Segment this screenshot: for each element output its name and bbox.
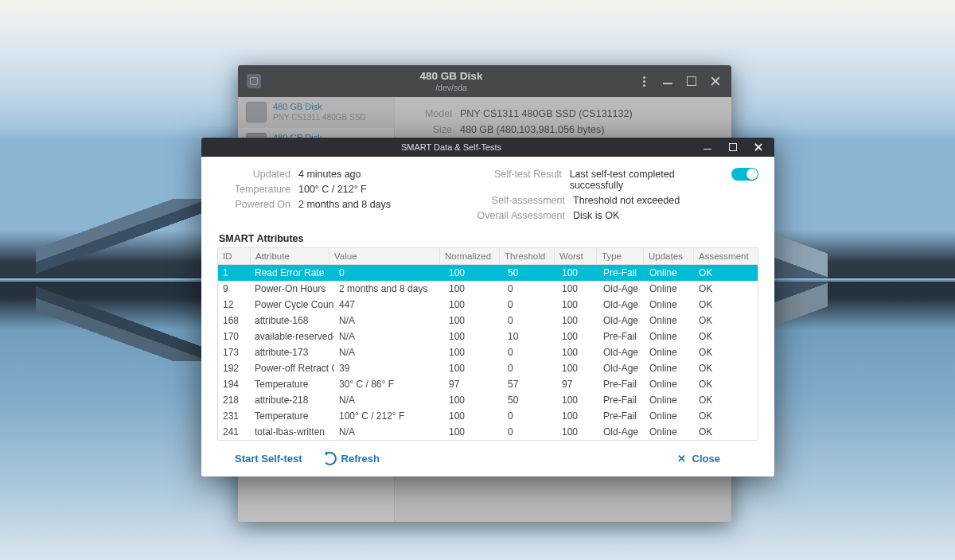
table-row[interactable]: 9Power-On Hours2 months and 8 days100010… — [218, 281, 758, 297]
cell: OK — [694, 281, 758, 297]
table-row[interactable]: 192Power-off Retract Count391000100Old-A… — [218, 360, 758, 376]
cell: 100 — [557, 313, 598, 329]
col-threshold[interactable]: Threshold — [500, 248, 555, 264]
summary-label: Overall Assessment — [471, 210, 573, 221]
cell: attribute-218 — [250, 392, 334, 408]
cell: 100 — [444, 392, 503, 408]
cell: Old-Age — [598, 344, 645, 360]
refresh-icon — [323, 452, 337, 465]
cell: 100 — [557, 344, 598, 360]
dialog-minimize-button[interactable] — [696, 136, 719, 158]
cell: OK — [694, 408, 758, 424]
smart-titlebar[interactable]: SMART Data & Self-Tests — [201, 138, 774, 157]
cell: 39 — [334, 360, 444, 376]
summary-label: Powered On — [217, 199, 298, 210]
col-updates[interactable]: Updates — [644, 248, 694, 264]
cell: 100 — [444, 281, 503, 297]
col-id[interactable]: ID — [218, 248, 251, 264]
cell: 100 — [557, 265, 598, 281]
cell: 168 — [218, 313, 250, 329]
cell: 100 — [444, 408, 503, 424]
table-row[interactable]: 1Read Error Rate010050100Pre-FailOnlineO… — [218, 265, 758, 281]
cell: OK — [694, 297, 758, 313]
cell: Old-Age — [598, 313, 645, 329]
cell: 0 — [503, 344, 557, 360]
cell: 12 — [218, 297, 250, 313]
summary-value: Disk is OK — [573, 210, 619, 221]
dialog-maximize-button[interactable] — [722, 136, 744, 158]
cell: OK — [694, 376, 758, 392]
col-value[interactable]: Value — [329, 248, 440, 264]
col-attribute[interactable]: Attribute — [251, 248, 329, 264]
cell: 100 — [444, 265, 503, 281]
cell: OK — [694, 392, 758, 408]
cell: 100° C / 212° F — [334, 408, 444, 424]
cell: Online — [645, 360, 694, 376]
cell: Online — [645, 408, 694, 424]
cell: Old-Age — [598, 297, 645, 313]
close-label: Close — [692, 453, 720, 465]
cell: 447 — [334, 297, 444, 313]
table-row[interactable]: 241total-lbas-writtenN/A1000100Old-AgeOn… — [218, 424, 758, 440]
table-row[interactable]: 194Temperature30° C / 86° F975797Pre-Fai… — [218, 376, 758, 392]
col-type[interactable]: Type — [597, 248, 644, 264]
cell: 100 — [444, 313, 503, 329]
cell: Online — [645, 376, 694, 392]
cell: OK — [694, 313, 758, 329]
table-row[interactable]: 231Temperature100° C / 212° F1000100Pre-… — [218, 408, 758, 424]
cell: Power-On Hours — [250, 281, 334, 297]
cell: 231 — [218, 408, 250, 424]
cell: Read Error Rate — [250, 265, 334, 281]
col-normalized[interactable]: Normalized — [440, 248, 500, 264]
cell: Online — [645, 297, 694, 313]
cell: 100 — [557, 297, 598, 313]
cell: 100 — [557, 424, 598, 440]
cell: Pre-Fail — [598, 408, 645, 424]
cell: Old-Age — [598, 424, 645, 440]
cell: 50 — [503, 265, 557, 281]
start-self-test-button[interactable]: Start Self-test — [235, 453, 302, 465]
refresh-button[interactable]: Refresh — [323, 452, 380, 465]
cell: 2 months and 8 days — [334, 281, 444, 297]
cell: Online — [645, 392, 694, 408]
cell: 241 — [218, 424, 250, 440]
cell: 0 — [503, 297, 557, 313]
cell: N/A — [334, 329, 444, 344]
summary-label: Self-test Result — [471, 169, 570, 191]
maximize-icon — [729, 143, 737, 151]
smart-dialog: SMART Data & Self-Tests Updated4 minutes… — [201, 138, 774, 476]
summary-label: Temperature — [217, 184, 298, 195]
cell: Online — [645, 281, 694, 297]
col-worst[interactable]: Worst — [555, 248, 597, 264]
cell: 9 — [218, 281, 250, 297]
table-row[interactable]: 12Power Cycle Count4471000100Old-AgeOnli… — [218, 297, 758, 313]
cell: Online — [645, 424, 694, 440]
cell: 0 — [503, 360, 557, 376]
table-row[interactable]: 168attribute-168N/A1000100Old-AgeOnlineO… — [218, 313, 758, 329]
cell: available-reserved-space — [250, 329, 334, 344]
col-assessment[interactable]: Assessment — [694, 248, 758, 264]
cell: 100 — [557, 360, 598, 376]
cell: 194 — [218, 376, 250, 392]
table-row[interactable]: 170available-reserved-spaceN/A10010100Pr… — [218, 329, 758, 344]
cell: 100 — [444, 329, 503, 344]
summary-left: Updated4 minutes ago Temperature100° C /… — [217, 165, 471, 225]
table-row[interactable]: 173attribute-173N/A1000100Old-AgeOnlineO… — [218, 344, 758, 360]
summary-value: Threshold not exceeded — [573, 195, 680, 206]
summary-value: 100° C / 212° F — [298, 184, 367, 195]
table-row[interactable]: 218attribute-218N/A10050100Pre-FailOnlin… — [218, 392, 758, 408]
cell: 0 — [503, 408, 557, 424]
cell: N/A — [334, 424, 444, 440]
close-dialog-button[interactable]: ✕Close — [677, 453, 720, 465]
cell: attribute-168 — [250, 313, 334, 329]
cell: Old-Age — [598, 281, 645, 297]
cell: 0 — [334, 265, 444, 281]
summary-label: Self-assessment — [471, 195, 573, 206]
cell: 173 — [218, 344, 250, 360]
cell: 100 — [557, 392, 598, 408]
cell: OK — [694, 344, 758, 360]
close-icon: ✕ — [677, 453, 686, 465]
smart-toggle[interactable] — [731, 168, 758, 181]
cell: Pre-Fail — [598, 392, 645, 408]
dialog-close-button[interactable] — [747, 136, 770, 158]
